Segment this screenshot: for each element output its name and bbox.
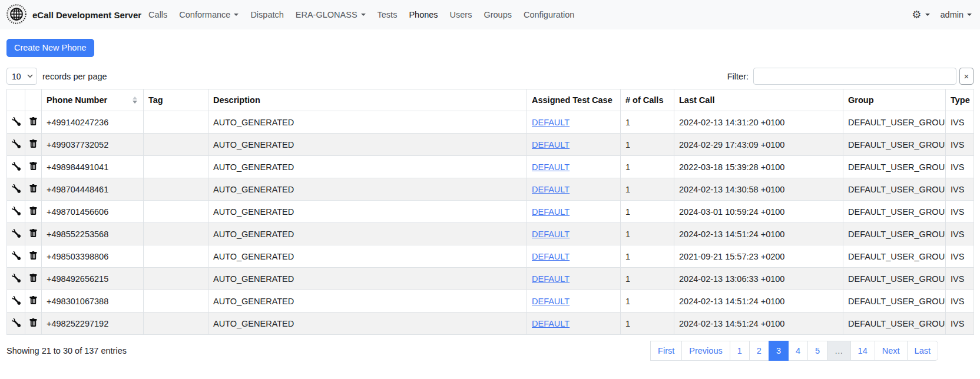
pagination-button[interactable]: 5 <box>807 341 827 361</box>
description-cell: AUTO_GENERATED <box>208 290 527 312</box>
edit-phone-button[interactable] <box>11 317 21 327</box>
edit-phone-button[interactable] <box>11 183 21 192</box>
filter-group: Filter: × <box>727 68 974 85</box>
pagination-button[interactable]: 2 <box>749 341 769 361</box>
test-case-cell: DEFAULT <box>527 134 621 156</box>
app-title: eCall Development Server <box>32 10 141 20</box>
user-menu[interactable]: admin <box>941 10 972 19</box>
brand[interactable]: eCall Development Server <box>6 4 141 26</box>
pagination-button[interactable]: Previous <box>681 341 730 361</box>
test-case-link[interactable]: DEFAULT <box>532 297 570 306</box>
wrench-icon <box>12 207 21 215</box>
assigned-test-case-header: Assigned Test Case <box>527 89 621 111</box>
nav-item[interactable]: Phones <box>403 6 443 23</box>
nav-item[interactable]: Users <box>444 6 478 23</box>
edit-phone-button[interactable] <box>11 228 21 237</box>
pagination-button[interactable]: Last <box>907 341 938 361</box>
create-new-phone-button[interactable]: Create New Phone <box>6 39 94 57</box>
navbar-right: ⚙ admin <box>912 9 972 20</box>
pagination-button[interactable]: 1 <box>730 341 750 361</box>
test-case-cell: DEFAULT <box>527 268 621 290</box>
table-row: +498252297192 AUTO_GENERATED DEFAULT 1 2… <box>7 312 974 335</box>
calls-cell: 1 <box>621 245 674 268</box>
test-case-cell: DEFAULT <box>527 178 621 201</box>
delete-phone-button[interactable] <box>29 272 38 282</box>
wrench-icon <box>12 274 21 282</box>
delete-phone-button[interactable] <box>29 228 38 237</box>
type-cell: IVS <box>946 290 974 312</box>
test-case-link[interactable]: DEFAULT <box>532 207 570 217</box>
delete-phone-button[interactable] <box>29 317 38 327</box>
test-case-cell: DEFAULT <box>527 111 621 134</box>
nav-item[interactable]: ERA-GLONASS <box>290 6 372 23</box>
test-case-link[interactable]: DEFAULT <box>532 162 570 172</box>
nav-links: Calls Conformance Dispatch ERA-GLONASS T… <box>143 6 580 23</box>
num-calls-header: # of Calls <box>621 89 674 111</box>
delete-phone-button[interactable] <box>29 116 38 125</box>
edit-phone-button[interactable] <box>11 272 21 282</box>
pagination-button[interactable]: 3 <box>769 341 789 361</box>
settings-menu[interactable]: ⚙ <box>912 9 929 20</box>
delete-phone-button[interactable] <box>29 295 38 304</box>
tag-cell <box>144 156 208 178</box>
wrench-icon <box>12 184 21 193</box>
user-menu-label: admin <box>941 10 964 19</box>
phone-number-cell: +499037732052 <box>42 134 144 156</box>
nav-item[interactable]: Calls <box>143 6 173 23</box>
tag-cell <box>144 245 208 268</box>
test-case-link[interactable]: DEFAULT <box>532 274 570 284</box>
group-cell: DEFAULT_USER_GROUP <box>843 245 946 268</box>
table-row: +498503398806 AUTO_GENERATED DEFAULT 1 2… <box>7 245 974 268</box>
description-cell: AUTO_GENERATED <box>208 134 527 156</box>
test-case-link[interactable]: DEFAULT <box>532 230 570 239</box>
delete-phone-button[interactable] <box>29 138 38 148</box>
edit-phone-button[interactable] <box>11 250 21 260</box>
pagination-button[interactable]: Next <box>875 341 908 361</box>
phone-number-header[interactable]: Phone Number <box>42 89 144 111</box>
phone-number-cell: +498984491041 <box>42 156 144 178</box>
pagination-button[interactable]: … <box>827 341 851 361</box>
filter-input[interactable] <box>753 68 956 85</box>
pagination-button[interactable]: 4 <box>788 341 808 361</box>
edit-phone-button[interactable] <box>11 161 21 170</box>
trash-icon <box>29 184 38 193</box>
wrench-icon <box>12 318 21 327</box>
test-case-link[interactable]: DEFAULT <box>532 252 570 261</box>
phone-number-cell: +498704448461 <box>42 178 144 201</box>
chevron-down-icon <box>234 14 239 16</box>
edit-phone-button[interactable] <box>11 138 21 148</box>
test-case-link[interactable]: DEFAULT <box>532 140 570 149</box>
test-case-link[interactable]: DEFAULT <box>532 185 570 194</box>
nav-item[interactable]: Tests <box>372 6 403 23</box>
edit-phone-button[interactable] <box>11 116 21 125</box>
pagination-button[interactable]: First <box>650 341 682 361</box>
trash-icon <box>29 117 38 126</box>
phones-table: Phone Number Tag Description Assigned Te… <box>6 89 974 335</box>
nav-item[interactable]: Groups <box>478 6 518 23</box>
type-header: Type <box>946 89 974 111</box>
last-call-cell: 2024-02-13 14:30:58 +0100 <box>674 178 843 201</box>
pagination-button[interactable]: 14 <box>850 341 875 361</box>
test-case-link[interactable]: DEFAULT <box>532 319 570 328</box>
delete-phone-button[interactable] <box>29 183 38 192</box>
wrench-icon <box>12 162 21 171</box>
nav-item[interactable]: Configuration <box>518 6 580 23</box>
edit-phone-button[interactable] <box>11 205 21 215</box>
delete-phone-button[interactable] <box>29 250 38 260</box>
delete-phone-button[interactable] <box>29 205 38 215</box>
type-cell: IVS <box>946 223 974 245</box>
nav-item[interactable]: Dispatch <box>244 6 289 23</box>
page-size-select[interactable]: 10 <box>6 68 37 85</box>
clear-filter-button[interactable]: × <box>959 68 974 85</box>
table-row: +498492656215 AUTO_GENERATED DEFAULT 1 2… <box>7 268 974 290</box>
tag-cell <box>144 223 208 245</box>
calls-cell: 1 <box>621 201 674 223</box>
edit-phone-button[interactable] <box>11 295 21 304</box>
sort-icon <box>133 97 137 104</box>
delete-phone-button[interactable] <box>29 161 38 170</box>
group-cell: DEFAULT_USER_GROUP <box>843 268 946 290</box>
table-footer: Showing 21 to 30 of 137 entries First Pr… <box>6 341 974 361</box>
table-row: +498301067388 AUTO_GENERATED DEFAULT 1 2… <box>7 290 974 312</box>
nav-item[interactable]: Conformance <box>173 6 244 23</box>
test-case-link[interactable]: DEFAULT <box>532 118 570 127</box>
